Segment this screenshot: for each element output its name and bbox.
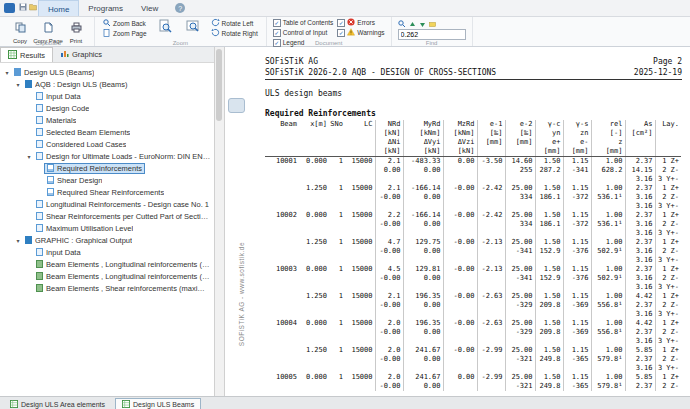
tree-item-content[interactable]: Required Shear Reinforcements <box>44 187 167 198</box>
tree-item[interactable]: Beam Elements , Shear reinforcements (ma… <box>3 282 214 294</box>
cell <box>329 193 345 202</box>
expander-icon[interactable]: ▾ <box>14 81 22 88</box>
cell <box>375 202 403 211</box>
cell: 2.37 <box>625 265 655 274</box>
tree-item-label: Required Reinforcements <box>57 164 142 173</box>
zoom-page-button[interactable]: Zoom Page <box>101 29 149 37</box>
tree-item[interactable]: ▾Design ULS (Beams) <box>3 66 214 78</box>
tree-item-content[interactable]: Beam Elements , Longitudinal reinforceme… <box>33 271 214 282</box>
tab-graphics[interactable]: Graphics <box>53 47 109 62</box>
tree-item-label: Design for Ultimate Loads - EuroNorm: DI… <box>46 152 211 161</box>
tree-item-content[interactable]: AQB : Design ULS (Beams) <box>22 79 131 90</box>
tab-view[interactable]: View <box>132 0 167 16</box>
tree-item[interactable]: Maximum Utilisation Level <box>3 222 214 234</box>
tree-item-content[interactable]: GRAPHIC : Graphical Output <box>22 235 135 246</box>
tree-item-content[interactable]: Longitudinal Reinforcements - Design cas… <box>33 199 212 210</box>
tree-item[interactable]: ▾GRAPHIC : Graphical Output <box>3 234 214 246</box>
ribbon: Copy Copy Page Print Clipboard Zoom Back <box>0 17 690 47</box>
cell: 3 Y+- <box>655 175 681 184</box>
tree-item[interactable]: Selected Beam Elements <box>3 126 214 138</box>
cell <box>265 247 299 256</box>
tree-item[interactable]: Required Shear Reinforcements <box>3 186 214 198</box>
table-row: 3.163 Y+- <box>265 202 681 211</box>
rotate-right-button[interactable]: Rotate Right <box>209 29 260 37</box>
tree-item-content[interactable]: Required Reinforcements <box>44 163 145 174</box>
cell <box>329 355 345 364</box>
tree-item[interactable]: Input Data <box>3 90 214 102</box>
table-of-contents-checkbox[interactable]: ✓ Table of Contents <box>273 19 334 26</box>
tree-item-content[interactable]: Shear Design <box>44 175 105 186</box>
scrollbar-thumb[interactable] <box>216 49 222 121</box>
sidebar-scrollbar[interactable] <box>215 47 225 396</box>
header-cell <box>265 147 299 157</box>
cell: 25.00 <box>505 292 535 301</box>
table-row: -0.000.00-321249.8-365579.8¹2.372 Z- <box>265 355 681 364</box>
cell: 1 Z+ <box>655 265 681 274</box>
tree-item-content[interactable]: Maximum Utilisation Level <box>33 223 136 234</box>
tree-item-content[interactable]: Design for Ultimate Loads - EuroNorm: DI… <box>33 151 214 162</box>
cell: 209.8 <box>535 328 563 337</box>
tab-programs[interactable]: Programs <box>79 0 132 16</box>
expander-icon[interactable]: ▾ <box>25 153 33 160</box>
cell: 1 <box>329 373 345 382</box>
cell: -0.00 <box>443 292 477 301</box>
tree-item[interactable]: Required Reinforcements <box>3 162 214 174</box>
tree-item-content[interactable]: Input Data <box>33 91 84 102</box>
header-cell <box>345 138 375 147</box>
tree-item-content[interactable]: Design ULS (Beams) <box>11 67 97 78</box>
table-row: 1.2501150002.0241.67-0.00-2.9925.001.501… <box>265 346 681 355</box>
cell <box>299 364 329 373</box>
cell: 196.35 <box>403 319 443 328</box>
warnings-checkbox[interactable]: ✓ Warnings <box>337 29 384 36</box>
task-tab-area-elements[interactable]: Design ULS Area elements <box>3 398 112 409</box>
tree-item[interactable]: Beam Elements , Longitudinal reinforceme… <box>3 270 214 282</box>
tree-item-content[interactable]: Materials <box>33 115 79 126</box>
bookmark-marker[interactable] <box>228 98 245 113</box>
zoom-page-width-button[interactable] <box>181 19 205 37</box>
tree-item-content[interactable]: Beam Elements , Shear reinforcements (ma… <box>33 283 214 294</box>
zoom-back-button[interactable]: Zoom Back <box>101 19 149 27</box>
tree-item-label: Required Shear Reinforcements <box>57 188 164 197</box>
tab-results[interactable]: Results <box>0 47 53 62</box>
tree-item[interactable]: ▾Design for Ultimate Loads - EuroNorm: D… <box>3 150 214 162</box>
cell: 0.000 <box>299 265 329 274</box>
help-icon[interactable]: ? <box>175 3 185 13</box>
cell: -0.00 <box>375 220 403 229</box>
errors-checkbox[interactable]: ✓ Errors <box>337 19 384 26</box>
tree-item-content[interactable]: Design Code <box>33 103 92 114</box>
app-icon[interactable] <box>4 3 15 13</box>
tree-item[interactable]: Input Data <box>3 246 214 258</box>
tree-item-label: Input Data <box>46 92 81 101</box>
tree-item[interactable]: Shear Reinforcements per Cutted Part of … <box>3 210 214 222</box>
cell: 14.60 <box>505 157 535 167</box>
find-input[interactable] <box>398 29 466 40</box>
tree-item-content[interactable]: Considered Load Cases <box>33 139 129 150</box>
header-cell: [kN] <box>375 147 403 157</box>
rotate-left-button[interactable]: Rotate Left <box>209 19 260 27</box>
cell: 1.00 <box>591 265 625 274</box>
tree-item[interactable]: Beam Elements , Longitudinal reinforceme… <box>3 258 214 270</box>
cell: 1.00 <box>591 238 625 247</box>
tree-item[interactable]: ▾AQB : Design ULS (Beams) <box>3 78 214 90</box>
tree-item-content[interactable]: Shear Reinforcements per Cutted Part of … <box>33 211 214 222</box>
tree-item-content[interactable]: Input Data <box>33 247 84 258</box>
tree-item[interactable]: Shear Design <box>3 174 214 186</box>
tree-item[interactable]: Considered Load Cases <box>3 138 214 150</box>
save-icon[interactable] <box>19 3 27 16</box>
open-icon[interactable] <box>29 3 37 16</box>
cell <box>403 310 443 319</box>
tree-item[interactable]: Design Code <box>3 102 214 114</box>
table-row: -0.000.00334186.1-372536.1¹3.162 Z- <box>265 193 681 202</box>
cell: 209.8 <box>535 301 563 310</box>
expander-icon[interactable]: ▾ <box>3 69 11 76</box>
tab-home[interactable]: Home <box>38 0 79 16</box>
zoom-page-height-button[interactable] <box>153 19 177 37</box>
control-of-input-checkbox[interactable]: ✓ Control of Input <box>273 29 334 36</box>
cell <box>375 310 403 319</box>
tree-item[interactable]: Materials <box>3 114 214 126</box>
tree-item-content[interactable]: Selected Beam Elements <box>33 127 133 138</box>
tree-item-content[interactable]: Beam Elements , Longitudinal reinforceme… <box>33 259 214 270</box>
tree-item[interactable]: Longitudinal Reinforcements - Design cas… <box>3 198 214 210</box>
expander-icon[interactable]: ▾ <box>14 237 22 244</box>
task-tab-beams[interactable]: Design ULS Beams <box>115 398 201 409</box>
